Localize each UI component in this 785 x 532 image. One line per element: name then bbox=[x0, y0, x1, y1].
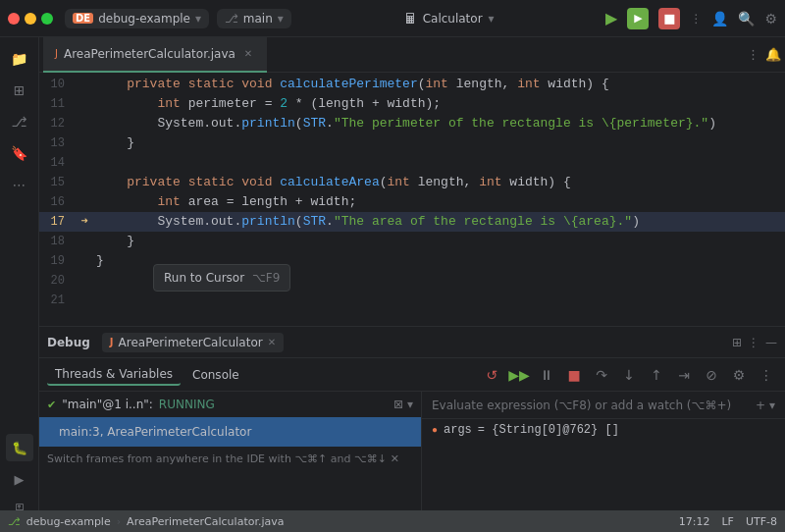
code-editor: 10 private static void calculatePerimete… bbox=[39, 73, 785, 326]
traffic-lights bbox=[8, 13, 53, 25]
tab-bar-right: ⋮ 🔔 bbox=[747, 47, 781, 62]
sidebar-layers-icon[interactable]: ⊞ bbox=[6, 77, 33, 104]
thread-state: RUNNING bbox=[159, 398, 215, 411]
profile-icon[interactable]: 👤 bbox=[711, 11, 728, 27]
code-line-21: 21 bbox=[39, 291, 785, 310]
debug-run-button[interactable]: ▶ bbox=[627, 8, 649, 29]
branch-name: main bbox=[243, 12, 273, 26]
tooltip-text: Run to Cursor bbox=[164, 271, 244, 285]
execution-arrow: ➜ bbox=[80, 213, 87, 231]
line-number-15: 15 bbox=[39, 174, 77, 191]
line-number-10: 10 bbox=[39, 76, 77, 93]
tab-threads-variables[interactable]: Threads & Variables bbox=[47, 364, 181, 386]
settings-debug-icon[interactable]: ⚙ bbox=[728, 364, 750, 386]
pause-icon[interactable]: ⏸ bbox=[536, 364, 557, 386]
tab-console[interactable]: Console bbox=[184, 365, 247, 385]
debug-tab-bar: Debug J AreaPerimeterCalculator ✕ ⊞ ⋮ — bbox=[39, 327, 785, 358]
status-branch[interactable]: debug-example bbox=[26, 515, 111, 528]
debug-toolbar: Threads & Variables Console ↺ ▶▶ ⏸ ■ ↷ ↓… bbox=[39, 358, 785, 392]
stop-button[interactable]: ■ bbox=[658, 8, 680, 29]
line-gutter-17: ➜ bbox=[77, 213, 92, 231]
sidebar-git-icon[interactable]: ⎇ bbox=[6, 108, 33, 135]
thread-name: "main"@1 i..n": bbox=[62, 398, 153, 411]
filter-chevron[interactable]: ▾ bbox=[407, 398, 413, 411]
thread-row: ✔ "main"@1 i..n": RUNNING ⊠ ▾ bbox=[39, 392, 421, 417]
tab-bar-more-icon[interactable]: ⋮ bbox=[747, 47, 759, 62]
frame-row[interactable]: main:3, AreaPerimeterCalculator bbox=[39, 417, 421, 447]
line-number-16: 16 bbox=[39, 193, 77, 211]
layout-icon[interactable]: ⊞ bbox=[732, 336, 742, 349]
app-chevron: ▾ bbox=[489, 12, 495, 26]
expression-row[interactable]: Evaluate expression (⌥F8) or add a watch… bbox=[422, 392, 785, 419]
step-into-icon[interactable]: ↓ bbox=[618, 364, 640, 386]
file-tab-name: AreaPerimeterCalculator.java bbox=[64, 47, 236, 61]
hint-row: Switch frames from anywhere in the IDE w… bbox=[39, 447, 421, 471]
debug-minimize-icon[interactable]: — bbox=[765, 336, 777, 349]
debug-run-icon: ▶ bbox=[634, 12, 642, 25]
notifications-icon[interactable]: 🔔 bbox=[765, 47, 781, 62]
hint-text: Switch frames from anywhere in the IDE w… bbox=[47, 452, 387, 465]
sidebar-folder-icon[interactable]: 📁 bbox=[6, 45, 33, 73]
expr-chevron[interactable]: ▾ bbox=[769, 399, 775, 412]
code-line-17: 17 ➜ System.out.println(STR."The area of… bbox=[39, 212, 785, 232]
line-number-21: 21 bbox=[39, 292, 77, 309]
line-number-17: 17 bbox=[39, 213, 77, 231]
filter-icon[interactable]: ⊠ bbox=[393, 398, 403, 411]
editor-tab-bar: J AreaPerimeterCalculator.java ✕ ⋮ 🔔 bbox=[39, 37, 785, 73]
run-button[interactable]: ▶ bbox=[605, 9, 617, 27]
debug-panel: Debug J AreaPerimeterCalculator ✕ ⊞ ⋮ — … bbox=[39, 326, 785, 532]
titlebar: DE debug-example ▾ ⎇ main ▾ 🖩 Calculator… bbox=[0, 0, 785, 37]
maximize-button[interactable] bbox=[41, 13, 53, 25]
sidebar-debug-icon[interactable]: 🐛 bbox=[6, 434, 33, 461]
stop-debug-icon[interactable]: ■ bbox=[563, 364, 585, 386]
code-line-13: 13 } bbox=[39, 133, 785, 153]
debug-more-icon[interactable]: ⋮ bbox=[756, 364, 777, 386]
rerun-icon[interactable]: ↺ bbox=[481, 364, 502, 386]
mute-breakpoints-icon[interactable]: ⊘ bbox=[701, 364, 722, 386]
resume-icon[interactable]: ▶▶ bbox=[508, 364, 530, 386]
status-encoding[interactable]: UTF-8 bbox=[746, 515, 777, 528]
app-name: Calculator bbox=[423, 12, 483, 26]
line-content-18: } bbox=[92, 232, 785, 251]
code-lines: 10 private static void calculatePerimete… bbox=[39, 73, 785, 312]
code-line-16: 16 int area = length + width; bbox=[39, 192, 785, 212]
debug-file-tab[interactable]: J AreaPerimeterCalculator ✕ bbox=[102, 333, 284, 352]
sidebar-more-icon[interactable]: ⋯ bbox=[6, 171, 33, 198]
settings-icon[interactable]: ⚙ bbox=[764, 11, 777, 27]
sidebar-bookmark-icon[interactable]: 🔖 bbox=[6, 139, 33, 167]
titlebar-center: 🖩 Calculator ▾ bbox=[403, 11, 495, 27]
thread-filter: ⊠ ▾ bbox=[393, 398, 413, 411]
line-content-15: private static void calculateArea(int le… bbox=[92, 173, 785, 192]
more-options-icon[interactable]: ⋮ bbox=[690, 12, 702, 26]
sidebar: 📁 ⊞ ⎇ 🔖 ⋯ 🐛 ▶ 🗄 bbox=[0, 37, 39, 532]
debug-file-close[interactable]: ✕ bbox=[268, 337, 276, 347]
run-cursor-icon[interactable]: ⇥ bbox=[673, 364, 695, 386]
status-line-ending[interactable]: LF bbox=[721, 515, 733, 528]
project-selector[interactable]: DE debug-example ▾ bbox=[65, 9, 209, 28]
sidebar-run-icon[interactable]: ▶ bbox=[6, 465, 33, 493]
line-number-13: 13 bbox=[39, 134, 77, 152]
file-tab[interactable]: J AreaPerimeterCalculator.java ✕ bbox=[43, 37, 267, 73]
branch-selector[interactable]: ⎇ main ▾ bbox=[217, 9, 291, 28]
status-separator: › bbox=[117, 515, 121, 528]
hint-close[interactable]: ✕ bbox=[391, 452, 399, 465]
titlebar-left: DE debug-example ▾ ⎇ main ▾ bbox=[8, 9, 291, 28]
search-icon[interactable]: 🔍 bbox=[738, 11, 755, 27]
add-watch-icon[interactable]: + bbox=[756, 399, 765, 412]
status-position[interactable]: 17:12 bbox=[679, 515, 710, 528]
step-over-icon[interactable]: ↷ bbox=[591, 364, 612, 386]
status-branch-icon: ⎇ bbox=[8, 515, 21, 528]
close-button[interactable] bbox=[8, 13, 20, 25]
minimize-button[interactable] bbox=[25, 13, 36, 25]
calculator-icon: 🖩 bbox=[403, 11, 417, 27]
debug-tab-more-icon[interactable]: ⋮ bbox=[748, 336, 759, 349]
debug-label: Debug bbox=[47, 336, 90, 349]
code-line-10: 10 private static void calculatePerimete… bbox=[39, 75, 785, 94]
status-file[interactable]: AreaPerimeterCalculator.java bbox=[127, 515, 284, 528]
step-out-icon[interactable]: ↑ bbox=[646, 364, 667, 386]
debug-file-icon: J bbox=[110, 337, 114, 347]
line-content-16: int area = length + width; bbox=[92, 192, 785, 212]
tooltip-shortcut: ⌥F9 bbox=[252, 271, 280, 285]
code-line-14: 14 bbox=[39, 153, 785, 173]
file-tab-close[interactable]: ✕ bbox=[241, 47, 255, 61]
